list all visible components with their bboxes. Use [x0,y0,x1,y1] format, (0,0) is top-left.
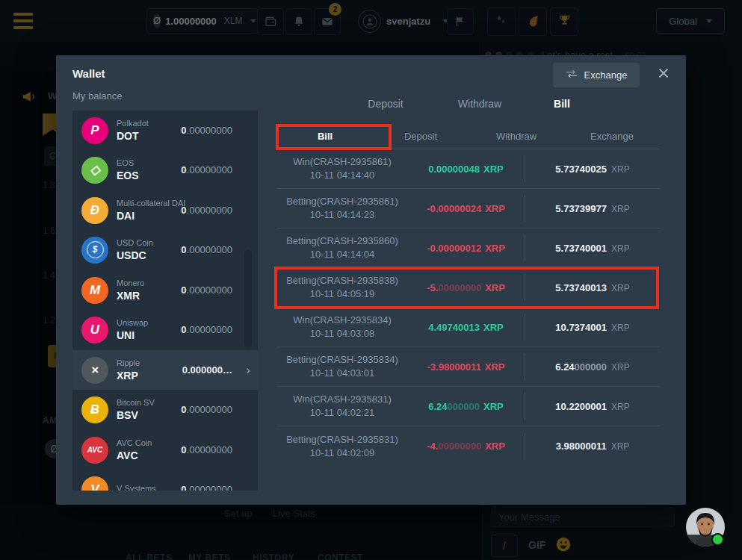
coin-symbol: USDC [117,249,153,261]
coin-symbol: DAI [117,210,185,222]
wallet-modal: Wallet Exchange My balance P PolkadotDOT… [56,55,686,505]
coin-item-xmr[interactable]: M MoneroXMR 0.00000000 [72,270,258,310]
exchange-button[interactable]: Exchange [553,63,640,87]
dai-coin-icon: Đ [81,197,108,224]
coin-symbol: BSV [117,409,155,421]
bill-amount: -5.00000000XRP [407,282,525,293]
profile-photo[interactable] [686,508,725,547]
bill-label: Betting(CRASH-2935861) [277,196,407,208]
chevron-right-icon: › [246,364,250,376]
coin-item-dai[interactable]: Đ Multi-collateral DAIDAI 0.00000000 [72,190,258,230]
bill-amount: 0.00000048XRP [407,164,525,175]
table-row: Betting(CRASH-2935831)10-11 04:02:09 -4.… [277,426,660,466]
table-row: Betting(CRASH-2935861)10-11 04:14:23 -0.… [277,189,660,228]
coin-name: Uniswap [117,318,148,327]
bill-balance: 6.24000000XRP [525,361,660,373]
coin-item-bsv[interactable]: Ƀ Bitcoin SVBSV 0.00000000 [72,390,258,429]
coin-name: USD Coin [117,238,153,247]
uniswap-coin-icon: U [81,317,108,343]
coin-balance: 0.00000000 [181,324,232,335]
tab-deposit[interactable]: Deposit [368,98,403,110]
filter-withdraw[interactable]: Withdraw [469,131,564,142]
coin-glyph: Ƀ [90,402,99,417]
bill-time: 10-11 04:14:40 [277,169,407,181]
bill-balance: 5.73739977XRP [525,203,660,214]
coin-name: Bitcoin SV [117,398,155,407]
coin-symbol: EOS [117,169,139,181]
bill-time: 10-11 04:03:08 [277,328,407,340]
filter-exchange[interactable]: Exchange [564,131,660,142]
coin-glyph: Đ [90,203,99,218]
scrollbar-thumb[interactable] [244,250,252,347]
bill-amount: -3.98000011XRP [407,361,525,373]
coin-balance: 0.00000000 [181,444,232,455]
coin-item-avc[interactable]: AVC AVC CoinAVC 0.00000000 [72,430,258,470]
polkadot-coin-icon: P [81,117,108,144]
bill-balance: 5.73740013XRP [525,282,660,293]
table-row: Betting(CRASH-2935860)10-11 04:14:04 -0.… [277,228,660,268]
coin-name: Multi-collateral DAI [117,199,185,208]
ripple-coin-icon: × [81,357,108,384]
bill-amount: -4.00000000XRP [407,441,525,452]
coin-name: Ripple [117,358,140,367]
bill-label: Betting(CRASH-2935860) [277,235,407,247]
filter-bill[interactable]: Bill [277,131,373,142]
close-icon[interactable] [656,66,671,81]
coin-symbol: XRP [117,370,140,382]
coin-balance: 0.00000000 [181,164,232,175]
bill-amount: -0.00000024XRP [407,203,525,214]
online-status-dot [711,533,724,546]
coin-glyph: P [90,123,99,138]
coin-symbol: XMR [117,290,144,302]
coin-balance: 0.00000000 [181,205,232,216]
coin-item-vsystems[interactable]: V V Systems 0.00000000 [72,470,258,491]
bill-label: Win(CRASH-2935831) [277,393,407,405]
coin-item-dot[interactable]: P PolkadotDOT 0.00000000 [72,111,258,150]
bill-filter-row: Bill Deposit Withdraw Exchange [277,124,660,149]
table-row: Win(CRASH-2935834)10-11 04:03:08 4.49740… [277,308,660,347]
coin-glyph: ◇ [90,162,99,178]
modal-title: Wallet [72,67,105,80]
tab-withdraw[interactable]: Withdraw [458,98,501,110]
bill-balance: 3.98000011XRP [525,441,660,452]
coin-item-uni[interactable]: U UniswapUNI 0.00000000 [72,310,258,349]
coin-item-eos[interactable]: ◇ EOSEOS 0.00000000 [72,150,258,190]
coin-glyph: V [90,482,99,491]
coin-glyph: $ [87,241,104,258]
bill-balance: 5.73740025XRP [525,164,660,175]
bill-time: 10-11 04:02:21 [277,407,407,419]
coin-balance: 0.00000000 [181,484,232,491]
coin-item-xrp[interactable]: × RippleXRP 0.000000… › [72,350,258,390]
table-row: Win(CRASH-2935831)10-11 04:02:21 6.24000… [277,387,660,426]
bill-label: Betting(CRASH-2935831) [277,434,407,446]
bill-amount: 4.49740013XRP [407,322,525,333]
coin-balance: 0.000000… [182,364,232,376]
avc-coin-icon: AVC [81,437,108,464]
coin-name: Monero [117,279,144,287]
filter-deposit[interactable]: Deposit [373,131,469,142]
bill-time: 10-11 04:03:01 [277,367,407,379]
bill-label: Betting(CRASH-2935838) [277,275,407,287]
swap-icon [566,69,578,81]
table-row-highlighted: Betting(CRASH-2935838)10-11 04:05:19 -5.… [277,268,660,308]
coin-glyph: AVC [87,446,102,454]
coin-symbol: DOT [117,130,149,142]
vsystems-coin-icon: V [81,476,108,491]
bill-time: 10-11 04:05:19 [277,288,407,300]
eos-coin-icon: ◇ [81,157,108,184]
coin-balance: 0.00000000 [181,284,232,296]
bill-balance: 10.7374001XRP [525,322,660,333]
coin-symbol: AVC [117,449,152,461]
tab-bill[interactable]: Bill [554,98,570,110]
bill-amount: 6.24000000XRP [407,401,525,412]
bitcoinsv-coin-icon: Ƀ [81,396,108,423]
coin-balance: 0.00000000 [181,125,232,136]
coin-balance: 0.00000000 [181,404,232,415]
coin-item-usdc[interactable]: $ USD CoinUSDC 0.00000000 [72,230,258,270]
coin-symbol: UNI [117,329,148,341]
bill-balance: 10.2200001XRP [525,401,660,412]
monero-coin-icon: M [81,277,108,304]
coin-balance: 0.00000000 [181,244,232,255]
table-row: Win(CRASH-2935861)10-11 04:14:40 0.00000… [277,149,660,189]
coin-name: Polkadot [117,119,149,128]
